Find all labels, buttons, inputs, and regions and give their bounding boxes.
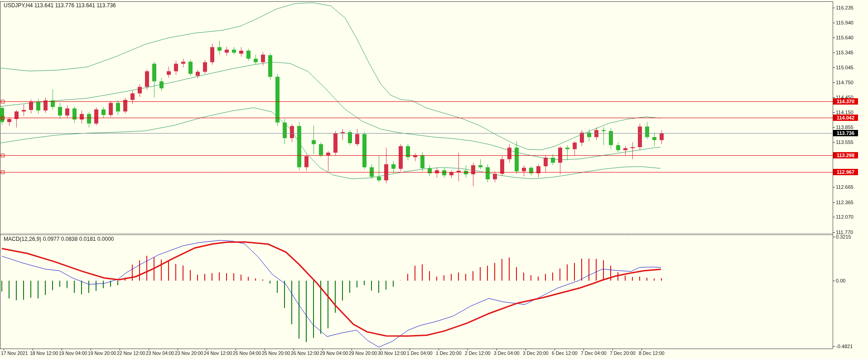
time-axis-label: 29 Nov 04:00	[320, 350, 348, 356]
macd-axis-label: 0.00	[836, 278, 845, 283]
time-axis-label: 25 Nov 04:00	[233, 350, 261, 356]
price-axis-label: 115.940	[836, 20, 854, 25]
time-axis-label: 23 Nov 04:00	[146, 350, 174, 356]
price-axis-label: 113.855	[836, 124, 854, 130]
time-axis-label: 30 Nov 12:00	[378, 350, 406, 356]
time-axis-label: 7 Dec 20:00	[610, 350, 636, 356]
chart-symbol-title: USDJPY,H4 113.641 113.776 113.641 113.73…	[4, 2, 116, 9]
price-axis-label: 115.640	[836, 35, 854, 40]
hline-price-badge: 112.967	[833, 169, 858, 175]
price-axis-label: 112.665	[836, 184, 854, 190]
price-axis-label: 113.555	[836, 139, 854, 145]
time-axis-label: 18 Nov 12:00	[30, 350, 58, 356]
time-axis-label: 24 Nov 12:00	[204, 350, 232, 356]
price-axis-label: 115.045	[836, 65, 854, 70]
price-axis-label: 112.070	[836, 214, 854, 220]
hline-price-badge: 114.042	[833, 115, 858, 121]
time-axis-label: 6 Dec 12:00	[552, 350, 578, 356]
time-axis-label: 26 Nov 12:00	[291, 350, 319, 356]
current-price-badge: 113.736	[833, 130, 858, 136]
hline-price-badge: 113.298	[833, 152, 858, 158]
time-axis-label: 25 Nov 20:00	[262, 350, 290, 356]
time-axis-label: 7 Dec 04:00	[581, 350, 607, 356]
price-axis-label: 112.365	[836, 200, 854, 205]
macd-axis-label: 0.3215	[836, 234, 851, 239]
macd-indicator-label: MACD(12,26,9) 0.0977 0.0838 0.0181 0.000…	[4, 236, 114, 242]
price-axis-label: 115.345	[836, 50, 854, 55]
hline-price-badge: 114.370	[833, 98, 858, 105]
time-axis-label: 3 Dec 20:00	[523, 350, 549, 356]
time-axis-label: 17 Nov 2021	[1, 350, 28, 356]
time-axis-label: 8 Dec 12:00	[639, 350, 665, 356]
mt4-chart-window: USDJPY,H4 113.641 113.776 113.641 113.73…	[0, 0, 868, 359]
price-axis-label: 116.235	[836, 5, 854, 10]
time-axis-label: 19 Nov 20:00	[88, 350, 116, 356]
time-axis-label: 23 Nov 20:00	[175, 350, 203, 356]
time-axis-label: 2 Dec 12:00	[465, 350, 491, 356]
price-axis-label: 114.750	[836, 80, 854, 85]
macd-axis-label: -0.4821	[836, 344, 853, 349]
time-axis-label: 1 Dec 20:00	[436, 350, 462, 356]
time-axis-label: 29 Nov 20:00	[349, 350, 377, 356]
time-axis-label: 1 Dec 04:00	[407, 350, 433, 356]
time-axis-label: 19 Nov 04:00	[59, 350, 87, 356]
time-axis-label: 22 Nov 12:00	[117, 350, 145, 356]
time-axis-label: 3 Dec 04:00	[494, 350, 520, 356]
chart-canvas[interactable]	[0, 0, 868, 359]
